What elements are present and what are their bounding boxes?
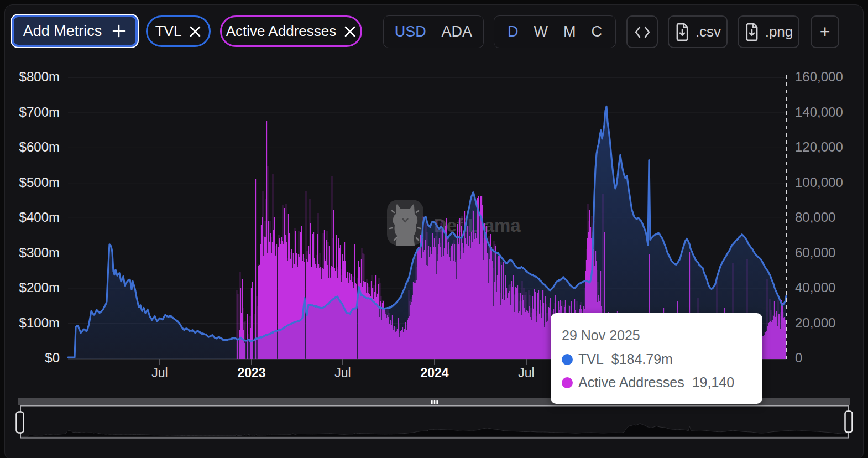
- svg-text:$200m: $200m: [19, 280, 60, 295]
- svg-text:40,000: 40,000: [795, 280, 835, 295]
- svg-text:$600m: $600m: [19, 139, 60, 154]
- svg-text:20,000: 20,000: [795, 315, 835, 330]
- svg-text:Jul: Jul: [334, 366, 351, 380]
- svg-text:60,000: 60,000: [795, 245, 835, 260]
- svg-text:$300m: $300m: [19, 245, 60, 260]
- svg-text:0: 0: [795, 350, 802, 365]
- svg-text:80,000: 80,000: [795, 210, 835, 225]
- svg-text:160,000: 160,000: [795, 69, 843, 84]
- svg-text:$500m: $500m: [19, 175, 60, 190]
- svg-text:$400m: $400m: [19, 210, 60, 225]
- svg-text:$100m: $100m: [19, 315, 60, 330]
- svg-text:140,000: 140,000: [795, 105, 843, 119]
- svg-text:$0: $0: [45, 350, 60, 365]
- svg-text:$800m: $800m: [19, 69, 60, 84]
- svg-text:$700m: $700m: [19, 105, 60, 119]
- svg-text:Jul: Jul: [151, 366, 168, 380]
- svg-text:2024: 2024: [420, 366, 448, 380]
- svg-text:100,000: 100,000: [795, 175, 843, 190]
- svg-text:120,000: 120,000: [795, 139, 843, 154]
- svg-text:2023: 2023: [237, 366, 265, 380]
- svg-text:Jul: Jul: [518, 366, 534, 380]
